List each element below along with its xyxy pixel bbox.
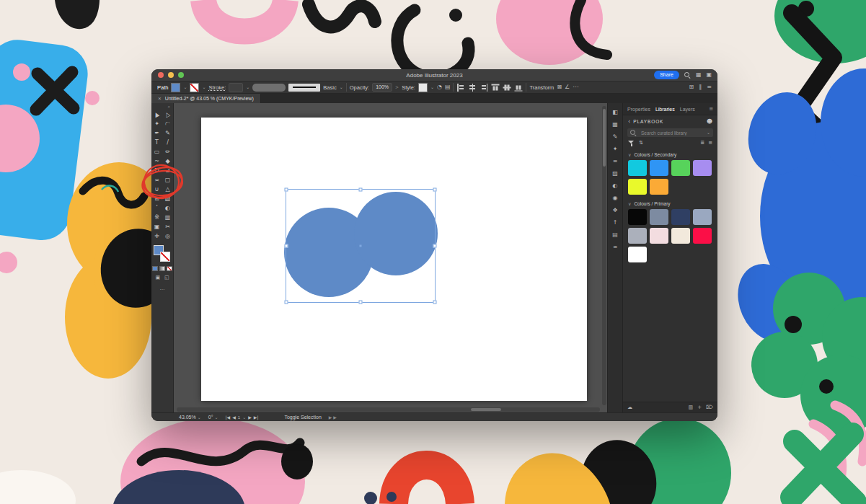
gradient-tool[interactable]: ▧ [162, 194, 173, 203]
style-swatch[interactable] [418, 83, 428, 92]
workspace-icon[interactable]: ▦ [696, 72, 702, 78]
library-search[interactable]: ⌄ [627, 128, 713, 137]
hand-tool[interactable]: ✛ [151, 231, 162, 241]
tab-layers[interactable]: Layers [680, 107, 695, 112]
selection-handle[interactable] [285, 244, 288, 248]
back-icon[interactable]: ‹ [628, 118, 630, 125]
fill-color-swatch[interactable] [171, 83, 180, 92]
align-bottom-icon[interactable] [515, 83, 523, 92]
magic-wand-tool[interactable]: ✦ [151, 119, 162, 128]
collapse-toolbar-icon[interactable]: « [151, 103, 173, 109]
color-swatch[interactable] [693, 160, 712, 176]
curvature-tool[interactable]: ✎ [162, 128, 173, 138]
document-setup-icon[interactable]: ▤ [445, 84, 451, 90]
chevron-right-icon[interactable]: > [395, 85, 399, 89]
color-swatch[interactable] [650, 160, 668, 176]
selection-handle[interactable] [285, 301, 288, 304]
selection-handle[interactable] [359, 188, 363, 192]
direct-selection-tool[interactable]: ▷ [162, 110, 173, 119]
rotation-control[interactable]: 0° ⌄ [208, 415, 218, 420]
artboards-panel-icon[interactable]: ▤ [608, 229, 622, 241]
scale-tool[interactable]: ⊿ [162, 166, 173, 175]
chevron-down-icon[interactable]: ⌄ [202, 85, 206, 89]
brush-name[interactable]: Basic [323, 84, 336, 91]
none-mode-button[interactable] [167, 266, 172, 271]
mesh-tool[interactable]: ⊞ [151, 194, 162, 203]
section-header[interactable]: ∨Colours / Primary [623, 197, 717, 208]
chevron-down-icon[interactable]: ⌄ [430, 85, 434, 89]
account-icon[interactable]: ☻ [707, 118, 712, 125]
graphic-styles-panel-icon[interactable]: ❖ [608, 204, 622, 216]
color-swatch[interactable] [628, 209, 647, 225]
filter-icon[interactable] [628, 140, 635, 146]
stroke-panel-icon[interactable]: ≡ [608, 155, 622, 167]
symbols-panel-icon[interactable]: ✦ [608, 143, 622, 155]
stroke-label[interactable]: Stroke: [209, 84, 226, 91]
color-swatch[interactable] [650, 179, 668, 195]
horizontal-scrollbar-handle[interactable] [471, 408, 501, 411]
color-swatch[interactable] [671, 209, 690, 225]
recolor-artwork-icon[interactable]: ◔ [437, 84, 442, 90]
color-swatch[interactable] [693, 209, 712, 225]
slice-tool[interactable]: ✂ [162, 222, 173, 231]
menu-icon[interactable]: ≡ [707, 84, 712, 90]
color-swatch[interactable] [650, 228, 668, 244]
opacity-value[interactable]: 100% [372, 83, 392, 92]
selection-handle[interactable] [433, 188, 437, 192]
constrain-proportions-icon[interactable]: ⊠ [557, 84, 562, 90]
eraser-tool[interactable]: ◆ [162, 156, 173, 166]
width-profile-field[interactable] [252, 84, 286, 92]
columns-icon[interactable]: ∥ [699, 84, 702, 90]
align-left-icon[interactable] [456, 84, 465, 92]
document-tab[interactable]: × Untitled-2* @ 43.05 % (CMYK/Preview) [151, 94, 261, 103]
search-icon[interactable] [684, 72, 691, 79]
previous-artboard-icon[interactable]: ◀ [232, 415, 236, 420]
align-middle-icon[interactable] [503, 83, 511, 92]
line-segment-tool[interactable]: / [162, 138, 173, 147]
free-transform-tool[interactable]: ▢ [162, 175, 173, 185]
zoom-level-control[interactable]: 43.05% ⌄ [179, 415, 201, 420]
artboard-tool[interactable]: ▣ [151, 222, 162, 231]
color-swatch[interactable] [628, 228, 647, 244]
column-graph-tool[interactable]: ▥ [162, 213, 173, 222]
appearance-panel-icon[interactable]: ◉ [608, 192, 622, 204]
color-swatch[interactable] [628, 160, 647, 176]
color-swatch[interactable] [628, 247, 647, 262]
selection-handle[interactable] [359, 301, 363, 304]
transform-label[interactable]: Transform [529, 84, 554, 91]
gradient-mode-button[interactable] [159, 266, 165, 271]
stroke-swatch[interactable] [160, 252, 170, 262]
chevron-down-icon[interactable]: ⌄ [707, 131, 710, 135]
library-item-icon[interactable]: ▥ [689, 405, 694, 410]
last-artboard-icon[interactable]: ▶| [254, 415, 259, 420]
width-tool[interactable]: ≍ [151, 175, 162, 185]
selection-tool[interactable]: ▶ [151, 110, 162, 119]
view-list-icon[interactable]: ≣ [700, 141, 704, 146]
blend-tool[interactable]: ◐ [162, 203, 173, 213]
eyedropper-tool[interactable]: ’ [151, 203, 162, 213]
stroke-weight-stepper[interactable] [229, 83, 243, 92]
chevron-down-icon[interactable]: ⌄ [246, 85, 249, 89]
color-swatch[interactable] [671, 228, 690, 244]
shape-builder-tool[interactable]: ∪ [151, 185, 162, 194]
horizontal-scrollbar[interactable] [177, 407, 600, 412]
sort-icon[interactable]: ⇅ [639, 141, 643, 146]
zoom-tool[interactable]: ◎ [162, 231, 173, 241]
color-swatch[interactable] [693, 228, 712, 244]
color-panel-icon[interactable]: ◧ [608, 106, 622, 118]
align-center-icon[interactable] [468, 84, 477, 92]
next-artboard-icon[interactable]: ▶ [248, 415, 252, 420]
color-swatch[interactable] [671, 160, 690, 176]
links-panel-icon[interactable]: ∞ [608, 241, 622, 253]
vertical-scrollbar[interactable] [602, 106, 606, 405]
close-tab-icon[interactable]: × [158, 96, 162, 102]
tab-libraries[interactable]: Libraries [655, 107, 675, 112]
rectangle-tool[interactable]: ▭ [151, 147, 162, 156]
align-right-icon[interactable] [480, 84, 488, 92]
vertical-scrollbar-handle[interactable] [603, 109, 606, 167]
transparency-panel-icon[interactable]: ◐ [608, 180, 622, 192]
color-swatch[interactable] [628, 179, 647, 195]
stroke-color-swatch[interactable] [190, 83, 199, 92]
search-input[interactable] [640, 130, 704, 136]
shear-icon[interactable]: ∠ [565, 84, 570, 90]
